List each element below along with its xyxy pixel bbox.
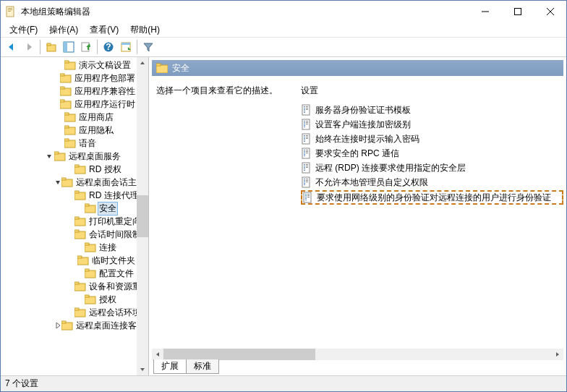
menu-action[interactable]: 操作(A)	[43, 22, 84, 38]
settings-list[interactable]: 服务器身份验证证书模板设置客户端连接加密级别始终在连接时提示输入密码要求安全的 …	[301, 103, 563, 205]
app-icon	[5, 6, 17, 17]
scroll-thumb[interactable]	[163, 349, 315, 360]
tree-twisty-icon[interactable]	[54, 125, 64, 135]
svg-rect-120	[305, 197, 307, 197]
tab-extended[interactable]: 扩展	[153, 359, 187, 374]
tree-view[interactable]: 演示文稿设置应用程序包部署应用程序兼容性应用程序运行时应用商店应用隐私语音远程桌…	[1, 57, 137, 332]
tree-item[interactable]: 配置文件	[1, 267, 137, 280]
svg-rect-34	[74, 165, 79, 167]
svg-rect-89	[304, 150, 305, 150]
svg-rect-113	[304, 183, 305, 184]
tree-item[interactable]: 演示文稿设置	[1, 59, 137, 72]
tree-item[interactable]: 语音	[1, 137, 137, 150]
tree-item[interactable]: RD 授权	[1, 163, 137, 176]
svg-rect-112	[306, 182, 308, 182]
svg-rect-74	[306, 122, 308, 123]
menu-file[interactable]: 文件(F)	[4, 22, 43, 38]
details-body: 选择一个项目来查看它的描述。 设置 服务器身份验证证书模板设置客户端连接加密级别…	[149, 76, 566, 349]
tree-item[interactable]: 授权	[1, 293, 137, 306]
setting-label: 不允许本地管理员自定义权限	[315, 176, 428, 189]
svg-rect-85	[306, 138, 308, 139]
svg-rect-107	[304, 179, 305, 179]
svg-rect-98	[304, 164, 305, 165]
tree-item[interactable]: 会话时间限制	[1, 228, 137, 241]
svg-rect-92	[306, 151, 308, 152]
tree-item[interactable]: 设备和资源重定向	[1, 280, 137, 293]
tab-standard[interactable]: 标准	[186, 359, 219, 374]
tree-twisty-icon[interactable]	[54, 112, 64, 122]
status-bar: 7 个设置	[1, 375, 566, 391]
menu-help[interactable]: 帮助(H)	[124, 22, 166, 38]
details-hscrollbar[interactable]	[152, 349, 563, 360]
tree-item[interactable]: 应用隐私	[1, 124, 137, 137]
svg-rect-83	[306, 137, 308, 137]
filter-button[interactable]	[140, 39, 156, 55]
tree-twisty-icon[interactable]	[74, 242, 85, 252]
svg-rect-101	[306, 166, 308, 166]
tree-twisty-icon[interactable]	[54, 320, 61, 331]
show-tree-button[interactable]	[61, 39, 77, 55]
tree-item[interactable]: 应用程序兼容性	[1, 85, 137, 98]
tree-twisty-icon[interactable]	[74, 294, 85, 304]
svg-rect-2	[8, 9, 12, 10]
setting-item[interactable]: 服务器身份验证证书模板	[301, 103, 563, 117]
tree-twisty-icon[interactable]	[44, 151, 54, 161]
setting-item[interactable]: 要求安全的 RPC 通信	[301, 146, 563, 161]
svg-rect-54	[85, 295, 89, 297]
tree-twisty-icon[interactable]	[64, 164, 74, 174]
up-button[interactable]	[43, 39, 59, 55]
svg-rect-116	[305, 194, 307, 195]
tree-item[interactable]: 应用商店	[1, 111, 137, 124]
tree-twisty-icon[interactable]	[74, 203, 85, 213]
tree-item[interactable]: 远程桌面会话主机	[1, 176, 137, 189]
setting-item[interactable]: 始终在连接时提示输入密码	[301, 132, 563, 146]
setting-item[interactable]: 不允许本地管理员自定义权限	[301, 175, 563, 189]
tree-item[interactable]: 远程桌面服务	[1, 150, 137, 163]
forward-button[interactable]	[21, 39, 37, 55]
tree-item[interactable]: 应用程序包部署	[1, 72, 137, 85]
tree-item[interactable]: RD 连接代理	[1, 189, 137, 202]
tree-twisty-icon[interactable]	[74, 268, 85, 278]
scroll-up-button[interactable]	[137, 57, 148, 69]
toolbar: ?	[1, 38, 566, 57]
svg-rect-48	[77, 256, 82, 258]
tree-item[interactable]: 连接	[1, 241, 137, 254]
tree-item[interactable]: 打印机重定向	[1, 215, 137, 228]
export-button[interactable]	[78, 39, 94, 55]
tree-twisty-icon[interactable]	[54, 177, 61, 187]
tree-item[interactable]: 应用程序运行时	[1, 98, 137, 111]
properties-button[interactable]	[118, 39, 134, 55]
back-button[interactable]	[4, 39, 20, 55]
scroll-thumb[interactable]	[137, 195, 148, 237]
menu-view[interactable]: 查看(V)	[84, 22, 124, 38]
svg-rect-80	[304, 135, 305, 136]
setting-item[interactable]: 远程 (RDP) 连接要求使用指定的安全层	[301, 161, 563, 175]
svg-rect-46	[85, 243, 89, 245]
tree-item[interactable]: 安全	[1, 202, 137, 215]
tree-twisty-icon[interactable]	[54, 99, 60, 109]
maximize-button[interactable]	[501, 1, 534, 22]
svg-rect-93	[304, 153, 305, 153]
setting-item[interactable]: 设置客户端连接加密级别	[301, 117, 563, 132]
scroll-right-button[interactable]	[552, 349, 563, 360]
tree-vscrollbar[interactable]	[137, 57, 148, 375]
tree-item[interactable]: 远程桌面连接客户端	[1, 319, 137, 332]
setting-item[interactable]: 要求使用网络级别的身份验证对远程连接的用户进行身份验证	[301, 190, 563, 205]
tree-item-label: 应用程序兼容性	[73, 85, 137, 98]
svg-rect-50	[85, 269, 89, 271]
scroll-down-button[interactable]	[137, 364, 148, 375]
tree-item[interactable]: 临时文件夹	[1, 254, 137, 267]
minimize-button[interactable]	[469, 1, 501, 22]
close-button[interactable]	[534, 1, 566, 22]
details-header: 安全	[152, 60, 563, 76]
tree-twisty-icon[interactable]	[54, 138, 64, 148]
tree-twisty-icon[interactable]	[54, 73, 60, 83]
setting-label: 始终在连接时提示输入密码	[315, 133, 419, 145]
svg-rect-111	[304, 182, 305, 182]
help-button[interactable]: ?	[101, 39, 116, 55]
svg-rect-103	[306, 167, 308, 168]
tree-item[interactable]: 远程会话环境	[1, 306, 137, 319]
tree-twisty-icon[interactable]	[54, 86, 60, 96]
tree-twisty-icon[interactable]	[54, 60, 64, 70]
scroll-left-button[interactable]	[152, 349, 163, 360]
